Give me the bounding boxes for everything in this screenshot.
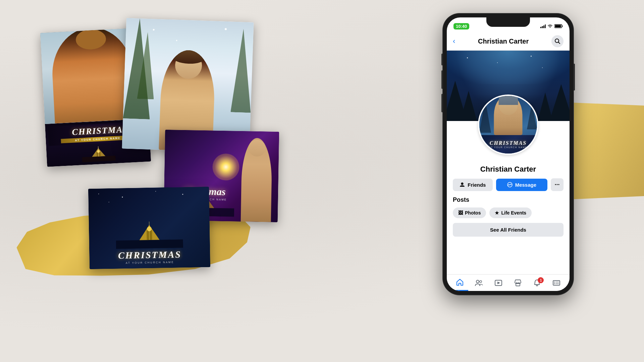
photos-label: Photos xyxy=(465,210,481,216)
fb-profile-pic-frame: CHRISTMAS AT YOUR CHURCH NAME xyxy=(478,95,538,155)
menu-icon xyxy=(553,279,560,287)
svg-point-31 xyxy=(554,282,555,283)
collage-area: CHRISTMA AT YOUR CHURCH NAME xyxy=(44,20,265,272)
marketplace-icon xyxy=(514,279,522,287)
posts-label: Posts xyxy=(453,196,564,203)
nav-friends[interactable] xyxy=(471,275,487,291)
svg-rect-9 xyxy=(116,239,183,249)
wifi-icon xyxy=(547,24,553,28)
fb-bottom-nav: 1 xyxy=(447,274,570,291)
messenger-icon xyxy=(507,182,513,187)
fb-profile-pic: CHRISTMAS AT YOUR CHURCH NAME xyxy=(479,96,537,154)
nav-notifications[interactable]: 1 xyxy=(529,275,545,291)
svg-point-33 xyxy=(554,283,555,284)
svg-marker-28 xyxy=(497,282,500,284)
back-button[interactable]: ‹ xyxy=(453,37,455,46)
posts-filters: 🖼 Photos ★ Life Events xyxy=(453,207,564,218)
home-icon xyxy=(456,279,464,286)
fb-action-buttons: Friends Message ··· xyxy=(453,178,564,191)
status-icons xyxy=(540,24,563,28)
photos-icon: 🖼 xyxy=(458,210,463,216)
phone-notch xyxy=(486,17,530,27)
nav-watch[interactable] xyxy=(490,275,507,291)
svg-rect-15 xyxy=(542,26,543,28)
nav-home[interactable] xyxy=(451,275,468,291)
battery-icon xyxy=(554,24,563,28)
svg-rect-19 xyxy=(555,25,561,27)
life-events-filter-button[interactable]: ★ Life Events xyxy=(489,207,532,218)
svg-point-26 xyxy=(480,281,482,283)
svg-point-23 xyxy=(461,183,464,185)
friends-nav-icon xyxy=(475,279,483,287)
svg-rect-29 xyxy=(516,284,520,286)
card4-christmas-text: CHRISTMAS xyxy=(89,249,210,261)
card-4: CHRISTMAS AT YOUR CHURCH NAME xyxy=(88,187,210,269)
phone-screen: 10:40 xyxy=(447,17,570,291)
status-time: 10:40 xyxy=(453,23,469,29)
fb-header: ‹ Christian Carter xyxy=(447,32,570,51)
card4-nativity-icon xyxy=(116,221,183,249)
svg-line-13 xyxy=(149,222,150,240)
fb-profile-content: Christian Carter Friends xyxy=(447,165,570,237)
svg-rect-16 xyxy=(543,25,544,28)
notification-badge: 1 xyxy=(538,277,544,283)
svg-rect-20 xyxy=(562,25,563,27)
nav-marketplace[interactable] xyxy=(509,275,526,291)
fb-profile-pic-container: CHRISTMAS AT YOUR CHURCH NAME xyxy=(478,95,538,155)
more-button[interactable]: ··· xyxy=(551,178,564,191)
profile-christmas-text: CHRISTMAS xyxy=(490,140,527,146)
message-button[interactable]: Message xyxy=(496,179,547,191)
phone-frame: 10:40 xyxy=(443,13,574,295)
svg-rect-14 xyxy=(540,27,541,28)
nav-menu[interactable] xyxy=(548,275,565,291)
photos-filter-button[interactable]: 🖼 Photos xyxy=(453,207,486,218)
svg-point-25 xyxy=(476,280,479,283)
star-icon: ★ xyxy=(495,210,499,216)
profile-pic-christmas-overlay: CHRISTMAS AT YOUR CHURCH NAME xyxy=(479,135,537,154)
see-all-friends-button[interactable]: See All Friends xyxy=(453,223,564,237)
phone-mockup: 10:40 xyxy=(443,13,577,342)
watch-icon xyxy=(495,279,502,287)
signal-icon xyxy=(540,24,546,28)
friends-button[interactable]: Friends xyxy=(453,179,493,191)
search-icon xyxy=(554,38,560,44)
svg-line-22 xyxy=(558,42,560,44)
fb-profile-name: Christian Carter xyxy=(453,165,564,174)
svg-rect-17 xyxy=(545,24,546,28)
search-button[interactable] xyxy=(551,35,564,47)
fb-header-name: Christian Carter xyxy=(478,38,529,45)
person-icon xyxy=(460,182,465,187)
svg-rect-0 xyxy=(82,156,116,162)
profile-church-text: AT YOUR CHURCH NAME xyxy=(489,146,527,148)
life-events-label: Life Events xyxy=(501,210,526,216)
card1-nativity-icon xyxy=(82,144,116,162)
svg-rect-30 xyxy=(553,281,560,285)
